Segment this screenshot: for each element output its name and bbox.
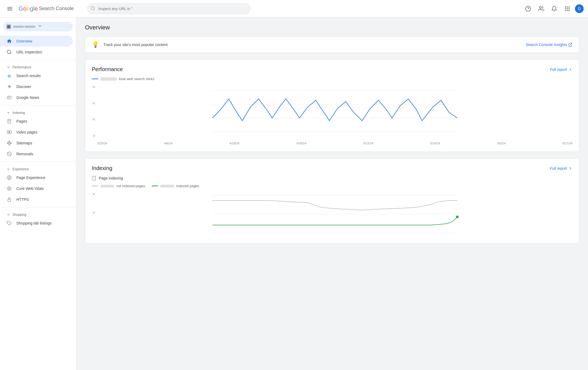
svg-rect-49	[93, 176, 96, 180]
header: Google Search Console	[0, 0, 588, 17]
hamburger-icon	[5, 4, 14, 13]
sidebar-item-sitemaps[interactable]: Sitemaps	[0, 138, 73, 148]
overview-label: Overview	[16, 39, 32, 43]
performance-full-report-link[interactable]: Full report	[550, 67, 572, 72]
indexing-y-axis-labels: K K	[92, 192, 97, 237]
page-experience-label: Page Experience	[16, 175, 45, 180]
video-pages-icon	[7, 129, 12, 135]
sidebar: Overview URL inspection Performance G Se…	[0, 17, 76, 370]
manage-users-button[interactable]	[536, 3, 547, 14]
sidebar-item-overview[interactable]: Overview	[0, 36, 73, 47]
sitemaps-label: Sitemaps	[16, 141, 32, 145]
svg-rect-13	[569, 10, 570, 11]
performance-section-header[interactable]: Performance	[0, 62, 76, 70]
core-web-vitals-label: Core Web Vitals	[16, 186, 44, 191]
help-icon	[525, 6, 531, 12]
pages-label: Pages	[16, 119, 27, 123]
sidebar-item-url-inspection[interactable]: URL inspection	[0, 47, 73, 57]
collapse-icon-shopping	[7, 213, 10, 217]
svg-rect-10	[569, 8, 570, 9]
sidebar-item-google-news[interactable]: Google News	[0, 92, 73, 103]
sidebar-item-video-pages[interactable]: Video pages	[0, 127, 73, 138]
url-inspection-label: URL inspection	[16, 50, 42, 54]
home-icon	[7, 38, 12, 44]
nav-divider-2	[0, 105, 76, 105]
svg-rect-6	[567, 6, 568, 7]
svg-point-15	[7, 50, 11, 54]
google-news-label: Google News	[16, 95, 39, 100]
search-console-insights-link[interactable]: Search Console Insights	[526, 43, 572, 47]
sidebar-item-removals[interactable]: Removals	[0, 148, 73, 159]
url-inspect-icon	[7, 49, 12, 55]
legend-label-text: total web search clicks	[119, 77, 154, 81]
sidebar-item-discover[interactable]: ✳ Discover	[0, 81, 73, 92]
indexing-full-report-link[interactable]: Full report	[550, 166, 572, 171]
sidebar-item-shopping-tab-listings[interactable]: Shopping tab listings	[0, 218, 73, 229]
removals-label: Removals	[16, 152, 33, 156]
removals-icon	[7, 151, 12, 157]
notifications-button[interactable]	[549, 3, 560, 14]
svg-line-1	[94, 9, 94, 10]
performance-legend: total web search clicks	[92, 77, 572, 81]
search-results-label: Search results	[16, 74, 41, 78]
help-button[interactable]	[523, 3, 534, 14]
svg-point-0	[91, 6, 94, 10]
search-bar-container	[87, 3, 250, 14]
legend-green-line	[152, 186, 158, 186]
search-icon	[90, 6, 95, 11]
legend-blur-2	[160, 185, 174, 187]
not-indexed-label: not indexed pages	[116, 184, 145, 188]
performance-card: Performance Full report total web search…	[85, 59, 579, 152]
svg-line-16	[10, 53, 11, 54]
nav-divider-1	[0, 60, 76, 60]
page-indexing-subtitle: Page indexing	[92, 176, 572, 181]
hamburger-menu-button[interactable]	[4, 3, 15, 14]
property-favicon	[7, 25, 11, 29]
indexing-section-header[interactable]: Indexing	[0, 108, 76, 116]
indexing-chart-area	[97, 192, 572, 237]
https-lock-icon	[7, 197, 12, 202]
experience-section-header[interactable]: Experience	[0, 164, 76, 172]
svg-line-35	[8, 153, 11, 156]
discover-label: Discover	[16, 84, 31, 89]
shopping-section-label: Shopping	[13, 213, 26, 217]
sidebar-item-page-experience[interactable]: Page Experience	[0, 172, 73, 183]
lightbulb-icon: 💡	[92, 41, 99, 48]
performance-card-title: Performance	[92, 66, 123, 72]
main-content: Overview 💡 Track your site's most popula…	[76, 17, 588, 370]
x-axis-labels: 3/25/24 4/6/24 4/18/24 4/30/24 5/12/24 5…	[97, 141, 572, 145]
sidebar-item-search-results[interactable]: G Search results	[0, 70, 73, 81]
page-title: Overview	[85, 24, 579, 31]
svg-rect-9	[567, 8, 568, 9]
legend-blue-line	[92, 78, 98, 79]
property-selector[interactable]	[3, 22, 73, 31]
discover-icon: ✳	[7, 84, 12, 89]
manage-users-icon	[538, 6, 544, 12]
google-logo: Google	[19, 5, 38, 12]
nav-divider-4	[0, 207, 76, 207]
page-indexing-icon	[92, 176, 97, 181]
indexing-card: Indexing Full report Page indexing not i…	[85, 158, 579, 244]
shopping-section-header[interactable]: Shopping	[0, 210, 76, 218]
app-name: Search Console	[39, 6, 74, 11]
sidebar-item-core-web-vitals[interactable]: Core Web Vitals	[0, 183, 73, 194]
sidebar-item-https[interactable]: HTTPS	[0, 194, 73, 205]
avatar[interactable]: D	[575, 4, 584, 13]
page-experience-icon	[7, 175, 12, 180]
url-inspect-input[interactable]	[87, 3, 250, 14]
indexed-legend: indexed pages	[152, 184, 199, 188]
header-right: D	[523, 3, 584, 14]
svg-line-44	[570, 43, 572, 45]
insights-link-text: Search Console Insights	[526, 43, 567, 47]
full-report-label: Full report	[550, 67, 567, 72]
indexed-label: indexed pages	[176, 184, 199, 188]
performance-chart-wrapper: K K K 0	[92, 85, 572, 145]
svg-rect-8	[565, 8, 566, 9]
sitemaps-icon	[7, 140, 12, 146]
sidebar-item-pages[interactable]: Pages	[0, 116, 73, 127]
svg-point-40	[7, 187, 11, 190]
nav-divider-3	[0, 162, 76, 162]
apps-button[interactable]	[562, 3, 573, 14]
indexing-legend: not indexed pages indexed pages	[92, 184, 572, 188]
bell-icon	[551, 6, 557, 12]
